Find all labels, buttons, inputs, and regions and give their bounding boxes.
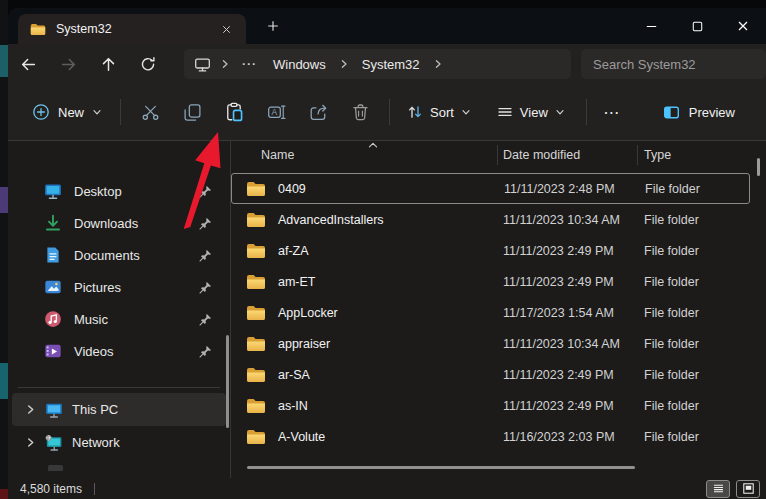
folder-icon bbox=[246, 398, 266, 414]
toolbar-divider bbox=[389, 99, 390, 125]
sidebar-item-downloads[interactable]: Downloads bbox=[12, 207, 226, 239]
refresh-button[interactable] bbox=[128, 48, 168, 80]
sidebar-item-partial bbox=[8, 459, 230, 471]
table-row[interactable]: A-Volute 11/16/2023 2:03 PM File folder bbox=[231, 421, 766, 452]
plus-circle-icon bbox=[32, 103, 50, 121]
column-header-date-modified[interactable]: Date modified bbox=[497, 148, 637, 162]
file-type: File folder bbox=[637, 244, 699, 258]
file-date: 11/11/2023 2:48 PM bbox=[498, 182, 638, 196]
sidebar-item-label: Videos bbox=[74, 344, 114, 359]
maximize-button[interactable] bbox=[674, 8, 720, 44]
share-icon bbox=[309, 103, 328, 122]
breadcrumb-windows[interactable]: Windows bbox=[269, 55, 330, 74]
paste-button[interactable] bbox=[213, 94, 255, 130]
status-divider bbox=[94, 483, 95, 495]
file-name: A-Volute bbox=[278, 430, 325, 444]
minimize-icon bbox=[644, 19, 659, 34]
table-row[interactable]: am-ET 11/11/2023 2:49 PM File folder bbox=[231, 266, 766, 297]
vertical-scrollbar[interactable] bbox=[757, 158, 760, 176]
pin-icon bbox=[199, 249, 212, 262]
address-bar-row: ⋯ Windows System32 bbox=[8, 44, 766, 84]
file-date: 11/11/2023 2:49 PM bbox=[497, 275, 637, 289]
table-row[interactable]: appraiser 11/11/2023 10:34 AM File folde… bbox=[231, 328, 766, 359]
rename-button[interactable] bbox=[255, 94, 297, 130]
sidebar-item-pictures[interactable]: Pictures bbox=[12, 271, 226, 303]
sidebar-item-network[interactable]: Network bbox=[12, 426, 226, 459]
sidebar-item-videos[interactable]: Videos bbox=[12, 335, 226, 367]
sidebar-item-label: Pictures bbox=[74, 280, 121, 295]
close-button[interactable] bbox=[720, 8, 766, 44]
breadcrumb-system32[interactable]: System32 bbox=[358, 55, 424, 74]
column-header-type[interactable]: Type bbox=[637, 148, 671, 162]
copy-button[interactable] bbox=[171, 94, 213, 130]
chevron-right-icon[interactable] bbox=[24, 404, 36, 415]
view-button[interactable]: View bbox=[488, 97, 574, 127]
column-divider[interactable] bbox=[497, 145, 498, 165]
sidebar-item-label: Documents bbox=[74, 248, 140, 263]
toolbar-divider bbox=[586, 99, 587, 125]
column-header-name[interactable]: Name bbox=[231, 148, 497, 162]
table-row[interactable]: af-ZA 11/11/2023 2:49 PM File folder bbox=[231, 235, 766, 266]
scissors-icon bbox=[141, 103, 160, 122]
arrow-up-icon bbox=[100, 56, 117, 73]
window-controls bbox=[628, 8, 766, 44]
breadcrumb-overflow[interactable]: ⋯ bbox=[239, 55, 259, 73]
details-view-button[interactable] bbox=[706, 480, 730, 498]
tab-system32[interactable]: System32 bbox=[18, 14, 246, 44]
sidebar-item-music[interactable]: Music bbox=[12, 303, 226, 335]
rename-icon bbox=[267, 103, 286, 122]
sidebar-scrollbar[interactable] bbox=[226, 335, 229, 428]
file-date: 11/11/2023 2:49 PM bbox=[497, 368, 637, 382]
sidebar-item-desktop[interactable]: Desktop bbox=[12, 175, 226, 207]
search-input[interactable] bbox=[593, 57, 754, 72]
command-toolbar: New Sort View ⋯ Preview bbox=[8, 84, 766, 141]
network-icon bbox=[45, 434, 63, 452]
table-row[interactable]: 0409 11/11/2023 2:48 PM File folder bbox=[231, 173, 750, 204]
minimize-button[interactable] bbox=[628, 8, 674, 44]
chevron-right-icon[interactable] bbox=[24, 437, 36, 448]
folder-icon bbox=[246, 367, 266, 383]
sidebar-item-label: This PC bbox=[72, 402, 118, 417]
table-row[interactable]: AdvancedInstallers 11/11/2023 10:34 AM F… bbox=[231, 204, 766, 235]
breadcrumb[interactable]: ⋯ Windows System32 bbox=[184, 49, 571, 79]
share-button[interactable] bbox=[297, 94, 339, 130]
cut-button[interactable] bbox=[129, 94, 171, 130]
folder-icon bbox=[246, 305, 266, 321]
column-divider[interactable] bbox=[637, 145, 638, 165]
toolbar-divider bbox=[120, 99, 121, 125]
background-sliver bbox=[0, 363, 8, 399]
forward-button[interactable] bbox=[48, 48, 88, 80]
chevron-down-icon bbox=[555, 107, 565, 117]
back-button[interactable] bbox=[8, 48, 48, 80]
preview-pane-icon bbox=[663, 104, 680, 121]
details-view-icon bbox=[712, 482, 725, 495]
desktop-icon bbox=[44, 182, 62, 200]
preview-button[interactable]: Preview bbox=[654, 97, 744, 128]
table-row[interactable]: as-IN 11/11/2023 2:49 PM File folder bbox=[231, 390, 766, 421]
thumbnails-view-button[interactable] bbox=[736, 480, 760, 498]
table-row[interactable]: ar-SA 11/11/2023 2:49 PM File folder bbox=[231, 359, 766, 390]
folder-icon bbox=[246, 243, 266, 259]
file-name: am-ET bbox=[278, 275, 316, 289]
file-type: File folder bbox=[637, 213, 699, 227]
refresh-icon bbox=[140, 56, 156, 72]
horizontal-scrollbar[interactable] bbox=[247, 466, 635, 469]
sidebar-item-documents[interactable]: Documents bbox=[12, 239, 226, 271]
tab-close-button[interactable] bbox=[214, 18, 238, 40]
this-pc-icon bbox=[194, 56, 211, 73]
file-name: ar-SA bbox=[278, 368, 310, 382]
sort-button-label: Sort bbox=[430, 105, 454, 120]
sort-button[interactable]: Sort bbox=[398, 97, 480, 127]
new-button[interactable]: New bbox=[22, 96, 112, 128]
sidebar-item-label: Downloads bbox=[74, 216, 138, 231]
file-date: 11/17/2023 1:54 AM bbox=[497, 306, 637, 320]
pin-icon bbox=[199, 217, 212, 230]
up-button[interactable] bbox=[88, 48, 128, 80]
item-count: 4,580 items bbox=[20, 482, 82, 496]
search-box[interactable] bbox=[581, 49, 766, 79]
delete-button[interactable] bbox=[339, 94, 381, 130]
sidebar-item-this-pc[interactable]: This PC bbox=[12, 393, 226, 426]
more-options-button[interactable]: ⋯ bbox=[595, 96, 629, 128]
new-tab-button[interactable] bbox=[258, 12, 288, 40]
table-row[interactable]: AppLocker 11/17/2023 1:54 AM File folder bbox=[231, 297, 766, 328]
